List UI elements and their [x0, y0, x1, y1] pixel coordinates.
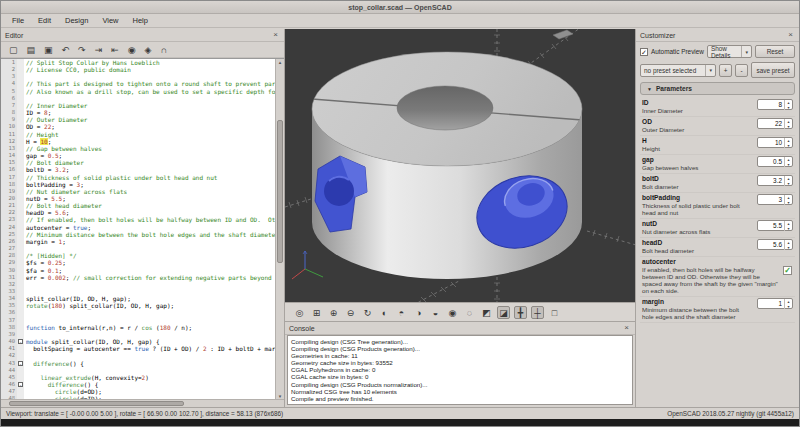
fold-gutter[interactable]: -: [17, 338, 24, 345]
console-message: Compiling design (CSG Products generatio…: [291, 345, 629, 352]
console-close-icon[interactable]: ×: [622, 323, 631, 333]
menu-design[interactable]: Design: [58, 14, 95, 27]
customizer-close-icon[interactable]: ×: [786, 30, 795, 40]
code-line: 47 circle(d=OD);: [1, 388, 275, 395]
margin-spinbox[interactable]: 1▴▾: [757, 298, 793, 309]
code-lines-container[interactable]: 1// Split Stop Collar by Hans Loeblich2/…: [1, 59, 275, 399]
unindent-icon[interactable]: ⇤: [111, 43, 119, 57]
fold-gutter: [17, 59, 24, 66]
export-stl-icon[interactable]: ∩: [161, 43, 167, 57]
reset-button[interactable]: Reset: [755, 45, 795, 58]
zoom-in-icon[interactable]: ⊕: [327, 306, 340, 319]
render-icon[interactable]: ◈: [145, 43, 152, 57]
zoom-to-fit-icon[interactable]: ⊞: [310, 306, 323, 319]
new-file-icon[interactable]: ▢: [9, 43, 18, 57]
redo-icon[interactable]: ↷: [78, 43, 86, 57]
3d-viewport[interactable]: [285, 29, 635, 302]
spinner-arrows-icon[interactable]: ▴▾: [784, 100, 792, 110]
editor-vertical-scrollbar[interactable]: ▴ ▾: [275, 59, 284, 399]
gap-spinbox[interactable]: 0.5▴▾: [757, 156, 793, 167]
parameters-section-header[interactable]: ▼ Parameters: [640, 82, 795, 95]
gap-value[interactable]: 0.5: [758, 158, 784, 165]
view-all-icon[interactable]: ◎: [293, 306, 306, 319]
nutD-spinbox[interactable]: 5.5▴▾: [757, 220, 793, 231]
chevron-down-icon: ▾: [705, 65, 712, 76]
autocenter-checkbox[interactable]: ✓: [783, 266, 792, 275]
code-text: [24, 309, 26, 316]
zoom-out-icon[interactable]: ⊖: [344, 306, 357, 319]
boltD-value[interactable]: 3.2: [758, 177, 784, 184]
headD-value[interactable]: 5.6: [758, 241, 784, 248]
spinner-arrows-icon[interactable]: ▴▾: [784, 195, 792, 205]
reset-view-icon[interactable]: ↻: [361, 306, 374, 319]
spinner-arrows-icon[interactable]: ▴▾: [784, 157, 792, 167]
menu-view[interactable]: View: [95, 14, 125, 27]
remove-preset-button[interactable]: -: [735, 64, 748, 77]
show-details-dropdown[interactable]: Show Details ▾: [707, 45, 752, 58]
fold-marker-icon[interactable]: -: [18, 382, 23, 387]
undo-icon[interactable]: ↶: [62, 43, 70, 57]
editor-vscroll-thumb[interactable]: [277, 120, 283, 263]
open-icon[interactable]: ▤: [27, 43, 36, 57]
save-preset-button[interactable]: save preset: [751, 62, 795, 78]
add-preset-label: +: [724, 67, 728, 74]
boltPadding-value[interactable]: 3: [758, 196, 784, 203]
version-status-text: OpenSCAD 2018.05.27 nightly (git 4455a12…: [667, 410, 794, 417]
H-spinbox[interactable]: 10▴▾: [757, 137, 793, 148]
view-top-icon[interactable]: ◓: [395, 306, 408, 319]
code-editor[interactable]: 1// Split Stop Collar by Hans Loeblich2/…: [1, 58, 284, 399]
show-scale-markers-icon[interactable]: ┼: [531, 306, 544, 319]
H-value[interactable]: 10: [758, 139, 784, 146]
window-titlebar[interactable]: stop_collar.scad — OpenSCAD: [1, 1, 799, 14]
OD-value[interactable]: 22: [758, 120, 784, 127]
show-axes-icon[interactable]: ╋: [514, 306, 527, 319]
ID-spinbox[interactable]: 8▴▾: [757, 99, 793, 110]
view-bottom-icon[interactable]: ◒: [429, 306, 442, 319]
spinner-arrows-icon[interactable]: ▴▾: [784, 119, 792, 129]
OD-spinbox[interactable]: 22▴▾: [757, 118, 793, 129]
editor-hscroll-thumb[interactable]: [9, 401, 184, 406]
menu-file[interactable]: File: [5, 14, 31, 27]
line-number: 4: [1, 80, 17, 87]
fold-gutter: [17, 188, 24, 195]
fold-marker-icon[interactable]: -: [18, 361, 23, 366]
console-log[interactable]: Compiling design (CSG Tree generation)..…: [287, 335, 633, 405]
spinner-arrows-icon[interactable]: ▴▾: [784, 221, 792, 231]
margin-value[interactable]: 1: [758, 300, 784, 307]
view-front-icon[interactable]: ◉: [446, 306, 459, 319]
scroll-up-icon[interactable]: ▴: [276, 59, 284, 65]
view-diagonal-icon[interactable]: ◩: [480, 306, 493, 319]
view-left-icon[interactable]: ◐: [378, 306, 391, 319]
preview-icon[interactable]: ◉: [128, 43, 136, 57]
indent-icon[interactable]: ⇥: [95, 43, 103, 57]
fold-gutter[interactable]: -: [17, 381, 24, 388]
automatic-preview-checkbox[interactable]: ✓: [640, 48, 648, 56]
spinner-arrows-icon[interactable]: ▴▾: [784, 299, 792, 309]
spinner-arrows-icon[interactable]: ▴▾: [784, 138, 792, 148]
line-number: 47: [1, 388, 17, 395]
preset-dropdown[interactable]: no preset selected ▾: [640, 64, 716, 77]
code-line: 37: [1, 317, 275, 324]
stop-collar-model: [312, 52, 582, 279]
menu-edit[interactable]: Edit: [31, 14, 58, 27]
menu-help[interactable]: Help: [126, 14, 155, 27]
view-right-icon[interactable]: ◑: [412, 306, 425, 319]
spinner-arrows-icon[interactable]: ▴▾: [784, 176, 792, 186]
headD-spinbox[interactable]: 5.6▴▾: [757, 239, 793, 250]
add-preset-button[interactable]: +: [719, 64, 732, 77]
spinner-arrows-icon[interactable]: ▴▾: [784, 240, 792, 250]
fold-gutter[interactable]: -: [17, 360, 24, 367]
editor-close-icon[interactable]: ×: [271, 30, 280, 40]
orthogonal-icon[interactable]: □: [548, 306, 561, 319]
save-icon[interactable]: ▣: [44, 43, 53, 57]
console-message: Geometries in cache: 11: [291, 352, 629, 359]
ID-value[interactable]: 8: [758, 101, 784, 108]
menu-bar: FileEditDesignViewHelp: [1, 14, 799, 28]
fold-marker-icon[interactable]: -: [18, 339, 23, 344]
view-back-icon[interactable]: ◌: [463, 306, 476, 319]
nutD-value[interactable]: 5.5: [758, 222, 784, 229]
perspective-icon[interactable]: ◪: [497, 306, 510, 319]
editor-horizontal-scrollbar[interactable]: [1, 399, 284, 407]
boltPadding-spinbox[interactable]: 3▴▾: [757, 194, 793, 205]
boltD-spinbox[interactable]: 3.2▴▾: [757, 175, 793, 186]
